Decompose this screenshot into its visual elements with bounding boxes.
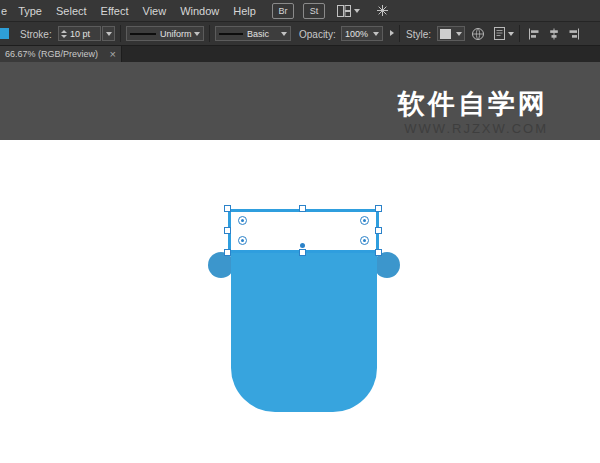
document-setup-icon[interactable] bbox=[471, 27, 485, 41]
menu-fragment[interactable]: e bbox=[0, 5, 11, 17]
divider bbox=[399, 25, 400, 42]
style-label: Style: bbox=[406, 29, 431, 40]
menu-select[interactable]: Select bbox=[49, 5, 94, 17]
corner-widget-dot bbox=[363, 219, 366, 222]
profile-value: Uniform bbox=[160, 29, 192, 39]
corner-widget[interactable] bbox=[360, 216, 369, 225]
menu-view[interactable]: View bbox=[136, 5, 174, 17]
menu-window[interactable]: Window bbox=[173, 5, 226, 17]
style-dropdown[interactable] bbox=[437, 26, 465, 41]
stroke-weight-value: 10 pt bbox=[70, 29, 90, 39]
stepper-up-icon bbox=[61, 30, 67, 33]
divider bbox=[519, 25, 520, 42]
chevron-down-icon bbox=[354, 9, 360, 13]
selection-handle[interactable] bbox=[224, 205, 231, 212]
selection-handle[interactable] bbox=[375, 227, 382, 234]
stroke-stepper[interactable] bbox=[61, 30, 67, 38]
corner-widget-dot bbox=[241, 239, 244, 242]
arrange-documents-icon bbox=[337, 5, 351, 17]
selection-handle[interactable] bbox=[375, 205, 382, 212]
chevron-down-icon bbox=[456, 32, 462, 36]
opacity-value: 100% bbox=[345, 29, 368, 39]
selection-handle[interactable] bbox=[224, 227, 231, 234]
stroke-weight-dropdown[interactable] bbox=[102, 26, 115, 41]
divider bbox=[120, 25, 121, 42]
selection-handle[interactable] bbox=[224, 249, 231, 256]
selection-handle[interactable] bbox=[375, 249, 382, 256]
watermark: 软件自学网 WWW.RJZXW.COM bbox=[398, 90, 548, 136]
corner-widget[interactable] bbox=[360, 236, 369, 245]
menu-bar: e Type Select Effect View Window Help Br… bbox=[0, 0, 600, 22]
divider bbox=[209, 25, 210, 42]
brush-line-preview bbox=[219, 33, 243, 35]
profile-line-preview bbox=[130, 33, 156, 35]
watermark-url: WWW.RJZXW.COM bbox=[398, 122, 548, 136]
corner-widget-dot bbox=[241, 219, 244, 222]
tab-title: 66.67% (RGB/Preview) bbox=[5, 49, 98, 59]
opacity-label: Opacity: bbox=[299, 29, 336, 40]
opacity-dropdown[interactable]: 100% bbox=[341, 26, 383, 41]
chevron-down-icon bbox=[106, 32, 112, 36]
bridge-button[interactable]: Br bbox=[272, 3, 294, 19]
chevron-down-icon bbox=[508, 32, 514, 36]
corner-widget[interactable] bbox=[238, 236, 247, 245]
tab-bar: 66.67% (RGB/Preview) × bbox=[0, 46, 600, 62]
stock-button[interactable]: St bbox=[303, 3, 325, 19]
menu-effect[interactable]: Effect bbox=[94, 5, 136, 17]
control-bar: Stroke: 10 pt Uniform Basic Opacity: 100… bbox=[0, 22, 600, 46]
illustrator-window: e Type Select Effect View Window Help Br… bbox=[0, 0, 600, 463]
document-tab[interactable]: 66.67% (RGB/Preview) × bbox=[0, 46, 122, 62]
bucket-body-shape[interactable] bbox=[231, 252, 377, 412]
align-left-icon[interactable] bbox=[528, 28, 540, 40]
arrange-documents-button[interactable] bbox=[337, 5, 360, 17]
brush-dropdown[interactable]: Basic bbox=[215, 26, 291, 41]
flyout-chevron-icon[interactable] bbox=[390, 30, 394, 36]
document-icon bbox=[494, 27, 505, 40]
brush-value: Basic bbox=[247, 29, 269, 39]
menu-help[interactable]: Help bbox=[226, 5, 263, 17]
align-center-icon[interactable] bbox=[548, 28, 560, 40]
corner-widget[interactable] bbox=[238, 216, 247, 225]
watermark-title: 软件自学网 bbox=[398, 90, 548, 120]
selection-handle[interactable] bbox=[299, 205, 306, 212]
corner-widget-dot bbox=[363, 239, 366, 242]
stroke-weight-input[interactable]: 10 pt bbox=[58, 26, 101, 41]
width-profile-dropdown[interactable]: Uniform bbox=[126, 26, 204, 41]
selection-handle[interactable] bbox=[299, 249, 306, 256]
center-point[interactable] bbox=[300, 243, 305, 248]
chevron-down-icon bbox=[281, 32, 287, 36]
workspace-icon bbox=[376, 4, 389, 17]
fill-color-swatch[interactable] bbox=[0, 28, 9, 39]
preferences-button[interactable] bbox=[494, 27, 514, 40]
stepper-down-icon bbox=[61, 35, 67, 38]
tab-close-icon[interactable]: × bbox=[110, 49, 116, 60]
chevron-down-icon bbox=[194, 32, 200, 36]
align-right-icon[interactable] bbox=[568, 28, 580, 40]
style-swatch bbox=[440, 29, 451, 39]
chevron-down-icon bbox=[373, 32, 379, 36]
workspace-button[interactable] bbox=[376, 4, 389, 17]
menu-type[interactable]: Type bbox=[11, 5, 49, 17]
stroke-label: Stroke: bbox=[20, 29, 52, 40]
